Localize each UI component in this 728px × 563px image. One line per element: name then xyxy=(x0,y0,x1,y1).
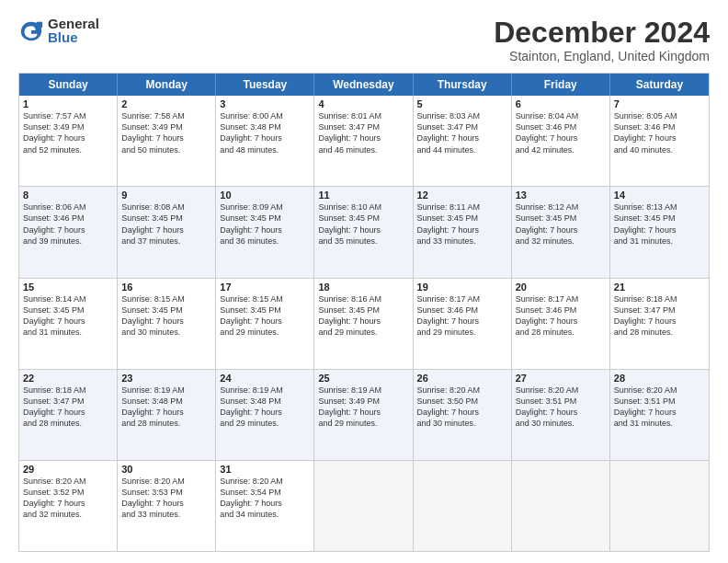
day-number: 10 xyxy=(220,190,310,201)
cal-cell-1-0: 8Sunrise: 8:06 AM Sunset: 3:46 PM Daylig… xyxy=(19,187,118,277)
day-number: 8 xyxy=(23,190,113,201)
cell-content: Sunrise: 8:19 AM Sunset: 3:48 PM Dayligh… xyxy=(220,385,310,430)
cal-cell-4-5 xyxy=(512,461,610,551)
day-number: 12 xyxy=(417,190,507,201)
day-number: 2 xyxy=(121,98,211,109)
calendar-row-4: 29Sunrise: 8:20 AM Sunset: 3:52 PM Dayli… xyxy=(19,460,709,551)
cell-content: Sunrise: 8:20 AM Sunset: 3:54 PM Dayligh… xyxy=(220,476,310,521)
cal-cell-0-0: 1Sunrise: 7:57 AM Sunset: 3:49 PM Daylig… xyxy=(19,96,118,186)
cell-content: Sunrise: 8:20 AM Sunset: 3:50 PM Dayligh… xyxy=(417,385,507,430)
cal-cell-2-5: 20Sunrise: 8:17 AM Sunset: 3:46 PM Dayli… xyxy=(512,279,610,369)
cal-cell-4-3 xyxy=(314,461,413,551)
cell-content: Sunrise: 8:18 AM Sunset: 3:47 PM Dayligh… xyxy=(23,385,113,430)
cal-cell-4-0: 29Sunrise: 8:20 AM Sunset: 3:52 PM Dayli… xyxy=(19,461,118,551)
day-number: 19 xyxy=(417,282,507,293)
cal-cell-0-2: 3Sunrise: 8:00 AM Sunset: 3:48 PM Daylig… xyxy=(216,96,314,186)
day-number: 17 xyxy=(220,282,310,293)
cell-content: Sunrise: 8:11 AM Sunset: 3:45 PM Dayligh… xyxy=(417,201,507,247)
cal-cell-2-1: 16Sunrise: 8:15 AM Sunset: 3:45 PM Dayli… xyxy=(118,279,216,369)
day-number: 9 xyxy=(121,190,211,201)
main-title: December 2024 xyxy=(494,17,710,49)
cal-cell-0-5: 6Sunrise: 8:04 AM Sunset: 3:46 PM Daylig… xyxy=(512,96,610,186)
day-number: 27 xyxy=(516,373,606,384)
cell-content: Sunrise: 8:20 AM Sunset: 3:51 PM Dayligh… xyxy=(614,385,705,430)
day-number: 3 xyxy=(220,98,310,109)
cal-cell-1-5: 13Sunrise: 8:12 AM Sunset: 3:45 PM Dayli… xyxy=(512,187,610,277)
day-number: 18 xyxy=(318,282,408,293)
cal-cell-3-1: 23Sunrise: 8:19 AM Sunset: 3:48 PM Dayli… xyxy=(118,370,216,460)
calendar-row-3: 22Sunrise: 8:18 AM Sunset: 3:47 PM Dayli… xyxy=(19,369,709,460)
cell-content: Sunrise: 8:10 AM Sunset: 3:45 PM Dayligh… xyxy=(318,201,408,247)
cell-content: Sunrise: 8:17 AM Sunset: 3:46 PM Dayligh… xyxy=(516,293,606,339)
calendar: SundayMondayTuesdayWednesdayThursdayFrid… xyxy=(18,73,710,552)
cal-cell-4-2: 31Sunrise: 8:20 AM Sunset: 3:54 PM Dayli… xyxy=(216,461,314,551)
header-sunday: Sunday xyxy=(19,74,118,96)
day-number: 14 xyxy=(614,190,705,201)
day-number: 7 xyxy=(614,98,705,109)
cal-cell-3-3: 25Sunrise: 8:19 AM Sunset: 3:49 PM Dayli… xyxy=(314,370,413,460)
cell-content: Sunrise: 8:09 AM Sunset: 3:45 PM Dayligh… xyxy=(220,201,310,247)
logo-text: General Blue xyxy=(48,17,99,44)
cell-content: Sunrise: 8:14 AM Sunset: 3:45 PM Dayligh… xyxy=(23,293,113,339)
cell-content: Sunrise: 7:57 AM Sunset: 3:49 PM Dayligh… xyxy=(23,110,113,155)
cell-content: Sunrise: 8:20 AM Sunset: 3:53 PM Dayligh… xyxy=(121,476,211,521)
calendar-header: SundayMondayTuesdayWednesdayThursdayFrid… xyxy=(19,74,709,96)
cal-cell-2-4: 19Sunrise: 8:17 AM Sunset: 3:46 PM Dayli… xyxy=(414,279,512,369)
cal-cell-2-2: 17Sunrise: 8:15 AM Sunset: 3:45 PM Dayli… xyxy=(216,279,314,369)
day-number: 15 xyxy=(23,282,113,293)
cell-content: Sunrise: 8:12 AM Sunset: 3:45 PM Dayligh… xyxy=(516,201,606,247)
cell-content: Sunrise: 8:05 AM Sunset: 3:46 PM Dayligh… xyxy=(614,110,705,155)
header-monday: Monday xyxy=(118,74,216,96)
logo-icon xyxy=(18,17,44,43)
logo: General Blue xyxy=(18,17,99,44)
cell-content: Sunrise: 8:08 AM Sunset: 3:45 PM Dayligh… xyxy=(121,201,211,247)
calendar-body: 1Sunrise: 7:57 AM Sunset: 3:49 PM Daylig… xyxy=(19,96,709,551)
cell-content: Sunrise: 8:06 AM Sunset: 3:46 PM Dayligh… xyxy=(23,201,113,247)
cal-cell-4-6 xyxy=(610,461,709,551)
day-number: 24 xyxy=(220,373,310,384)
cal-cell-3-6: 28Sunrise: 8:20 AM Sunset: 3:51 PM Dayli… xyxy=(610,370,709,460)
day-number: 20 xyxy=(516,282,606,293)
day-number: 29 xyxy=(23,464,113,475)
cell-content: Sunrise: 7:58 AM Sunset: 3:49 PM Dayligh… xyxy=(121,110,211,155)
calendar-row-0: 1Sunrise: 7:57 AM Sunset: 3:49 PM Daylig… xyxy=(19,96,709,186)
cell-content: Sunrise: 8:15 AM Sunset: 3:45 PM Dayligh… xyxy=(121,293,211,339)
day-number: 28 xyxy=(614,373,705,384)
cell-content: Sunrise: 8:19 AM Sunset: 3:49 PM Dayligh… xyxy=(318,385,408,430)
cell-content: Sunrise: 8:16 AM Sunset: 3:45 PM Dayligh… xyxy=(318,293,408,339)
cal-cell-3-2: 24Sunrise: 8:19 AM Sunset: 3:48 PM Dayli… xyxy=(216,370,314,460)
cell-content: Sunrise: 8:19 AM Sunset: 3:48 PM Dayligh… xyxy=(121,385,211,430)
day-number: 22 xyxy=(23,373,113,384)
day-number: 30 xyxy=(121,464,211,475)
cell-content: Sunrise: 8:04 AM Sunset: 3:46 PM Dayligh… xyxy=(516,110,606,155)
header-thursday: Thursday xyxy=(414,74,512,96)
cell-content: Sunrise: 8:20 AM Sunset: 3:51 PM Dayligh… xyxy=(516,385,606,430)
day-number: 5 xyxy=(417,98,507,109)
logo-blue-text: Blue xyxy=(48,30,99,44)
header-friday: Friday xyxy=(512,74,610,96)
day-number: 21 xyxy=(614,282,705,293)
cal-cell-3-4: 26Sunrise: 8:20 AM Sunset: 3:50 PM Dayli… xyxy=(414,370,512,460)
cell-content: Sunrise: 8:01 AM Sunset: 3:47 PM Dayligh… xyxy=(318,110,408,155)
cell-content: Sunrise: 8:18 AM Sunset: 3:47 PM Dayligh… xyxy=(614,293,705,339)
header-tuesday: Tuesday xyxy=(216,74,314,96)
cell-content: Sunrise: 8:03 AM Sunset: 3:47 PM Dayligh… xyxy=(417,110,507,155)
cal-cell-0-6: 7Sunrise: 8:05 AM Sunset: 3:46 PM Daylig… xyxy=(610,96,709,186)
day-number: 26 xyxy=(417,373,507,384)
cal-cell-4-1: 30Sunrise: 8:20 AM Sunset: 3:53 PM Dayli… xyxy=(118,461,216,551)
title-block: December 2024 Stainton, England, United … xyxy=(494,17,710,63)
cell-content: Sunrise: 8:13 AM Sunset: 3:45 PM Dayligh… xyxy=(614,201,705,247)
cal-cell-0-4: 5Sunrise: 8:03 AM Sunset: 3:47 PM Daylig… xyxy=(414,96,512,186)
day-number: 31 xyxy=(220,464,310,475)
day-number: 6 xyxy=(516,98,606,109)
subtitle: Stainton, England, United Kingdom xyxy=(494,49,710,63)
day-number: 23 xyxy=(121,373,211,384)
cal-cell-3-0: 22Sunrise: 8:18 AM Sunset: 3:47 PM Dayli… xyxy=(19,370,118,460)
cal-cell-3-5: 27Sunrise: 8:20 AM Sunset: 3:51 PM Dayli… xyxy=(512,370,610,460)
cal-cell-0-1: 2Sunrise: 7:58 AM Sunset: 3:49 PM Daylig… xyxy=(118,96,216,186)
cal-cell-2-0: 15Sunrise: 8:14 AM Sunset: 3:45 PM Dayli… xyxy=(19,279,118,369)
header-saturday: Saturday xyxy=(610,74,709,96)
calendar-row-2: 15Sunrise: 8:14 AM Sunset: 3:45 PM Dayli… xyxy=(19,278,709,369)
calendar-row-1: 8Sunrise: 8:06 AM Sunset: 3:46 PM Daylig… xyxy=(19,186,709,277)
cal-cell-0-3: 4Sunrise: 8:01 AM Sunset: 3:47 PM Daylig… xyxy=(314,96,413,186)
